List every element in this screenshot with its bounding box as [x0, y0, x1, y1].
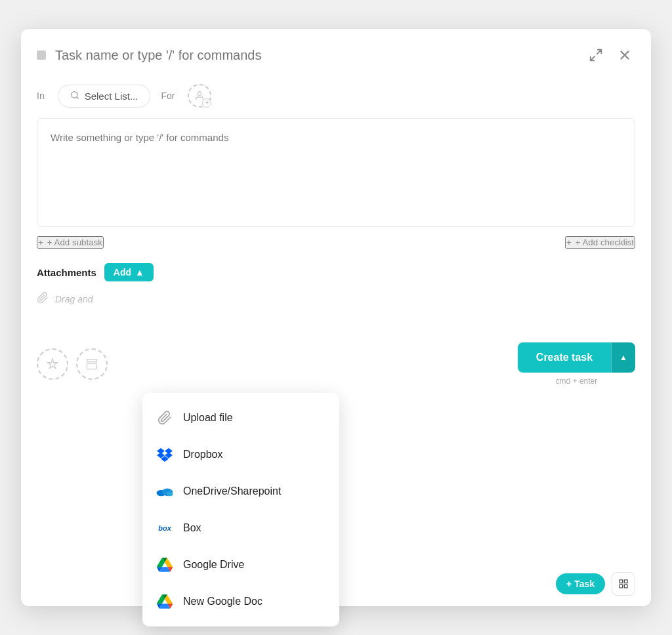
svg-rect-13: [624, 584, 627, 588]
svg-point-4: [198, 92, 201, 95]
task-status-checkbox[interactable]: [37, 51, 46, 60]
template-button[interactable]: [76, 348, 108, 380]
in-label: In: [37, 91, 45, 101]
drag-drop-text: Drag and: [55, 294, 93, 304]
onedrive-label: OneDrive/Sharepoint: [183, 485, 281, 497]
attachments-header: Attachments Add ▲: [37, 263, 635, 281]
close-icon[interactable]: [614, 45, 635, 66]
search-icon: [70, 91, 79, 102]
new-google-doc-label: New Google Doc: [183, 596, 262, 607]
bottom-bar: + Task: [556, 572, 635, 596]
create-task-modal: In Select List... For + + + Add subtask: [21, 29, 651, 606]
svg-rect-11: [624, 580, 627, 583]
expand-icon[interactable]: [585, 45, 606, 66]
svg-line-3: [76, 96, 78, 98]
dropbox-label: Dropbox: [183, 449, 222, 461]
task-meta-row: In Select List... For +: [21, 76, 651, 118]
paperclip-icon: [37, 292, 49, 306]
box-icon: box: [156, 519, 174, 537]
grid-view-button[interactable]: [612, 572, 635, 596]
subtask-checklist-row: + + Add subtask + + Add checklist: [21, 227, 651, 258]
add-checklist-button[interactable]: + + Add checklist: [565, 236, 635, 249]
add-label: Add: [114, 267, 131, 277]
box-label: Box: [183, 522, 201, 534]
dropdown-item-upload[interactable]: Upload file: [142, 399, 339, 436]
dropdown-item-google-drive[interactable]: Google Drive: [142, 546, 339, 583]
create-task-button[interactable]: Create task: [518, 342, 611, 373]
modal-header: [21, 29, 651, 76]
upload-file-icon: [156, 409, 174, 427]
bottom-toolbar: Create task ▲ cmd + enter: [21, 332, 651, 396]
add-assignee-icon: +: [202, 98, 211, 108]
create-task-group: Create task ▲: [518, 342, 635, 373]
task-name-input[interactable]: [55, 48, 578, 63]
dropdown-item-new-google-doc[interactable]: New Google Doc: [142, 583, 339, 620]
add-checklist-label: + Add checklist: [576, 237, 634, 247]
attachments-label: Attachments: [37, 267, 96, 278]
attachment-dropdown-menu: Upload file Dropbox OneDrive/Sharepoint: [142, 393, 339, 626]
dropbox-icon: [156, 445, 174, 464]
dropdown-item-dropbox[interactable]: Dropbox: [142, 436, 339, 473]
sparkle-button[interactable]: [37, 348, 68, 380]
drag-drop-area: Drag and: [37, 289, 635, 308]
onedrive-icon: [156, 482, 174, 501]
header-icons: [585, 45, 635, 66]
plus-icon-2: +: [566, 237, 572, 247]
svg-rect-10: [620, 580, 623, 583]
description-area: [37, 118, 635, 227]
svg-rect-5: [87, 359, 97, 362]
svg-rect-12: [620, 584, 623, 588]
add-subtask-button[interactable]: + + Add subtask: [37, 236, 104, 249]
svg-point-9: [167, 492, 173, 497]
plus-icon: +: [38, 237, 43, 247]
select-list-label: Select List...: [85, 91, 138, 102]
attachments-section: Attachments Add ▲ Drag and: [21, 258, 651, 319]
google-drive-label: Google Drive: [183, 559, 244, 571]
description-input[interactable]: [51, 132, 621, 211]
dropdown-arrow-icon: ▲: [135, 267, 144, 277]
svg-rect-6: [87, 363, 97, 369]
create-task-wrapper: Create task ▲ cmd + enter: [518, 342, 635, 386]
dropdown-item-onedrive[interactable]: OneDrive/Sharepoint: [142, 473, 339, 510]
add-task-pill[interactable]: + Task: [556, 573, 605, 594]
upload-file-label: Upload file: [183, 412, 233, 424]
add-attachment-button[interactable]: Add ▲: [104, 263, 154, 281]
dropdown-item-box[interactable]: box Box: [142, 510, 339, 546]
add-task-label: + Task: [566, 579, 595, 589]
select-list-button[interactable]: Select List...: [58, 85, 151, 108]
add-subtask-label: + Add subtask: [47, 237, 102, 247]
create-task-dropdown-button[interactable]: ▲: [611, 342, 635, 373]
new-google-doc-icon: [156, 592, 174, 611]
for-label: For: [161, 91, 175, 101]
google-drive-icon: [156, 556, 174, 574]
create-task-shortcut: cmd + enter: [518, 377, 635, 386]
assignee-avatar[interactable]: +: [188, 84, 211, 108]
